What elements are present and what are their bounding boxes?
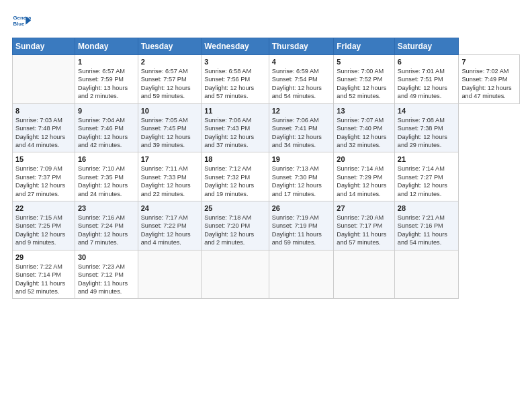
day-info: Sunrise: 7:00 AM Sunset: 7:52 PM Dayligh… xyxy=(337,67,392,101)
calendar-cell xyxy=(138,250,201,299)
header: General Blue xyxy=(12,12,520,31)
day-number: 9 xyxy=(78,107,135,115)
day-info: Sunrise: 7:16 AM Sunset: 7:24 PM Dayligh… xyxy=(78,214,135,247)
day-info: Sunrise: 7:10 AM Sunset: 7:35 PM Dayligh… xyxy=(78,165,135,198)
day-info: Sunrise: 7:07 AM Sunset: 7:40 PM Dayligh… xyxy=(337,116,392,150)
calendar-cell: 30Sunrise: 7:23 AM Sunset: 7:12 PM Dayli… xyxy=(75,250,138,299)
day-info: Sunrise: 7:23 AM Sunset: 7:12 PM Dayligh… xyxy=(78,263,135,296)
day-info: Sunrise: 7:04 AM Sunset: 7:46 PM Dayligh… xyxy=(78,116,135,150)
calendar-cell: 22Sunrise: 7:15 AM Sunset: 7:25 PM Dayli… xyxy=(13,201,75,250)
week-row-4: 29Sunrise: 7:22 AM Sunset: 7:14 PM Dayli… xyxy=(13,250,520,299)
day-info: Sunrise: 7:06 AM Sunset: 7:43 PM Dayligh… xyxy=(204,116,266,150)
day-number: 18 xyxy=(204,155,266,163)
day-number: 25 xyxy=(204,204,266,212)
calendar-cell: 23Sunrise: 7:16 AM Sunset: 7:24 PM Dayli… xyxy=(75,201,138,250)
day-number: 26 xyxy=(272,204,331,212)
calendar-cell: 7Sunrise: 7:02 AM Sunset: 7:49 PM Daylig… xyxy=(459,55,520,104)
day-number: 13 xyxy=(337,107,392,115)
calendar-cell: 15Sunrise: 7:09 AM Sunset: 7:37 PM Dayli… xyxy=(13,152,75,201)
day-number: 24 xyxy=(141,204,198,212)
day-info: Sunrise: 6:57 AM Sunset: 7:59 PM Dayligh… xyxy=(78,67,135,101)
calendar-cell: 12Sunrise: 7:06 AM Sunset: 7:41 PM Dayli… xyxy=(269,103,334,152)
day-info: Sunrise: 7:14 AM Sunset: 7:27 PM Dayligh… xyxy=(398,165,456,198)
day-info: Sunrise: 7:18 AM Sunset: 7:20 PM Dayligh… xyxy=(204,214,266,247)
calendar-cell: 1Sunrise: 6:57 AM Sunset: 7:59 PM Daylig… xyxy=(75,55,138,104)
calendar-table: SundayMondayTuesdayWednesdayThursdayFrid… xyxy=(12,38,520,299)
dow-header-tuesday: Tuesday xyxy=(138,38,201,55)
day-number: 21 xyxy=(398,155,456,163)
day-number: 27 xyxy=(337,204,392,212)
day-number: 28 xyxy=(398,204,456,212)
calendar-cell: 27Sunrise: 7:20 AM Sunset: 7:17 PM Dayli… xyxy=(334,201,395,250)
day-info: Sunrise: 7:22 AM Sunset: 7:14 PM Dayligh… xyxy=(15,263,72,296)
day-number: 10 xyxy=(141,107,198,115)
day-info: Sunrise: 7:06 AM Sunset: 7:41 PM Dayligh… xyxy=(272,116,331,150)
dow-header-friday: Friday xyxy=(334,38,395,55)
calendar-cell: 29Sunrise: 7:22 AM Sunset: 7:14 PM Dayli… xyxy=(13,250,75,299)
calendar-cell: 25Sunrise: 7:18 AM Sunset: 7:20 PM Dayli… xyxy=(202,201,269,250)
day-info: Sunrise: 7:15 AM Sunset: 7:25 PM Dayligh… xyxy=(15,214,72,247)
day-number: 5 xyxy=(337,58,392,66)
day-info: Sunrise: 7:05 AM Sunset: 7:45 PM Dayligh… xyxy=(141,116,198,150)
day-number: 11 xyxy=(204,107,266,115)
calendar-cell: 18Sunrise: 7:12 AM Sunset: 7:32 PM Dayli… xyxy=(202,152,269,201)
calendar-cell: 13Sunrise: 7:07 AM Sunset: 7:40 PM Dayli… xyxy=(334,103,395,152)
day-info: Sunrise: 7:09 AM Sunset: 7:37 PM Dayligh… xyxy=(15,165,72,198)
calendar-cell: 28Sunrise: 7:21 AM Sunset: 7:16 PM Dayli… xyxy=(394,201,459,250)
day-info: Sunrise: 7:01 AM Sunset: 7:51 PM Dayligh… xyxy=(398,67,456,101)
day-info: Sunrise: 7:03 AM Sunset: 7:48 PM Dayligh… xyxy=(15,116,72,150)
calendar-cell: 3Sunrise: 6:58 AM Sunset: 7:56 PM Daylig… xyxy=(202,55,269,104)
calendar-cell: 5Sunrise: 7:00 AM Sunset: 7:52 PM Daylig… xyxy=(334,55,395,104)
day-info: Sunrise: 6:58 AM Sunset: 7:56 PM Dayligh… xyxy=(204,67,266,101)
calendar-cell xyxy=(334,250,395,299)
day-number: 3 xyxy=(204,58,266,66)
calendar-cell: 24Sunrise: 7:17 AM Sunset: 7:22 PM Dayli… xyxy=(138,201,201,250)
day-info: Sunrise: 7:02 AM Sunset: 7:49 PM Dayligh… xyxy=(461,67,517,101)
calendar-cell: 26Sunrise: 7:19 AM Sunset: 7:19 PM Dayli… xyxy=(269,201,334,250)
day-info: Sunrise: 7:08 AM Sunset: 7:38 PM Dayligh… xyxy=(398,116,456,150)
day-info: Sunrise: 7:13 AM Sunset: 7:30 PM Dayligh… xyxy=(272,165,331,198)
calendar-cell: 11Sunrise: 7:06 AM Sunset: 7:43 PM Dayli… xyxy=(202,103,269,152)
calendar-cell: 20Sunrise: 7:14 AM Sunset: 7:29 PM Dayli… xyxy=(334,152,395,201)
calendar-cell: 4Sunrise: 6:59 AM Sunset: 7:54 PM Daylig… xyxy=(269,55,334,104)
day-number: 7 xyxy=(461,58,517,66)
days-of-week-row: SundayMondayTuesdayWednesdayThursdayFrid… xyxy=(13,38,520,55)
day-info: Sunrise: 6:57 AM Sunset: 7:57 PM Dayligh… xyxy=(141,67,198,101)
calendar-cell: 6Sunrise: 7:01 AM Sunset: 7:51 PM Daylig… xyxy=(394,55,459,104)
day-number: 15 xyxy=(15,155,72,163)
day-number: 30 xyxy=(78,253,135,261)
calendar-cell: 10Sunrise: 7:05 AM Sunset: 7:45 PM Dayli… xyxy=(138,103,201,152)
dow-header-saturday: Saturday xyxy=(394,38,459,55)
dow-header-wednesday: Wednesday xyxy=(202,38,269,55)
day-info: Sunrise: 7:12 AM Sunset: 7:32 PM Dayligh… xyxy=(204,165,266,198)
day-number: 8 xyxy=(15,107,72,115)
day-number: 19 xyxy=(272,155,331,163)
day-number: 20 xyxy=(337,155,392,163)
calendar-cell xyxy=(269,250,334,299)
day-info: Sunrise: 7:11 AM Sunset: 7:33 PM Dayligh… xyxy=(141,165,198,198)
logo-icon: General Blue xyxy=(12,12,31,31)
calendar-cell xyxy=(394,250,459,299)
calendar-cell xyxy=(202,250,269,299)
day-number: 29 xyxy=(15,253,72,261)
week-row-2: 15Sunrise: 7:09 AM Sunset: 7:37 PM Dayli… xyxy=(13,152,520,201)
svg-text:Blue: Blue xyxy=(13,21,26,27)
day-number: 2 xyxy=(141,58,198,66)
day-info: Sunrise: 6:59 AM Sunset: 7:54 PM Dayligh… xyxy=(272,67,331,101)
day-info: Sunrise: 7:17 AM Sunset: 7:22 PM Dayligh… xyxy=(141,214,198,247)
calendar-cell: 9Sunrise: 7:04 AM Sunset: 7:46 PM Daylig… xyxy=(75,103,138,152)
day-number: 6 xyxy=(398,58,456,66)
week-row-3: 22Sunrise: 7:15 AM Sunset: 7:25 PM Dayli… xyxy=(13,201,520,250)
week-row-1: 8Sunrise: 7:03 AM Sunset: 7:48 PM Daylig… xyxy=(13,103,520,152)
day-number: 16 xyxy=(78,155,135,163)
calendar-cell: 19Sunrise: 7:13 AM Sunset: 7:30 PM Dayli… xyxy=(269,152,334,201)
calendar-cell: 21Sunrise: 7:14 AM Sunset: 7:27 PM Dayli… xyxy=(394,152,459,201)
dow-header-thursday: Thursday xyxy=(269,38,334,55)
day-number: 17 xyxy=(141,155,198,163)
dow-header-monday: Monday xyxy=(75,38,138,55)
day-info: Sunrise: 7:21 AM Sunset: 7:16 PM Dayligh… xyxy=(398,214,456,247)
dow-header-sunday: Sunday xyxy=(13,38,75,55)
page: General Blue SundayMondayTuesdayWednesda… xyxy=(0,0,532,411)
calendar-cell: 17Sunrise: 7:11 AM Sunset: 7:33 PM Dayli… xyxy=(138,152,201,201)
day-info: Sunrise: 7:20 AM Sunset: 7:17 PM Dayligh… xyxy=(337,214,392,247)
